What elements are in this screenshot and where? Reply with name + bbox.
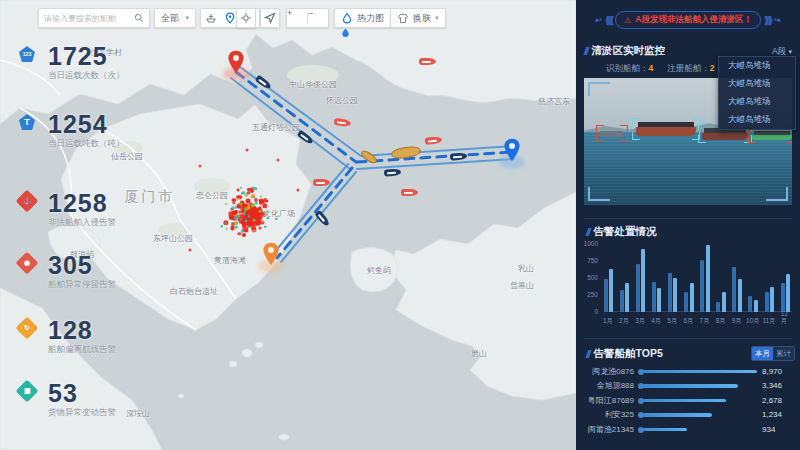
ship-name: 利安325 <box>584 409 634 420</box>
orange-pin[interactable] <box>262 242 280 266</box>
dropdown-item[interactable]: 大嶝岛堆场 <box>719 93 795 111</box>
heatmap-marker-icon <box>340 27 351 38</box>
top5-period-toggle: 本月累计 <box>751 346 795 361</box>
heat-dot <box>199 165 202 168</box>
zone-value: A段 <box>772 46 786 56</box>
y-axis-tick-label: 750 <box>587 257 598 264</box>
heat-dot <box>258 227 261 230</box>
heat-dot <box>277 159 280 162</box>
map-place-label: 慈济宫东 <box>538 96 570 107</box>
map-place-label: 磨山 <box>471 348 487 359</box>
top5-value: 934 <box>762 425 775 434</box>
x-axis-tick-label: 12月 <box>781 310 790 326</box>
right-panel: ▸‹ ⟪⟪ ⚠ A段发现非法船舶入侵清淤区！ ⟫⟫ ›◂ // 清淤区实时监控 … <box>576 0 800 450</box>
ship-marker[interactable] <box>384 168 401 176</box>
period-tab-inactive[interactable]: 累计 <box>773 347 794 360</box>
map-place-label: 仙岳公园 <box>111 151 143 162</box>
top5-ship-list: 闽龙渔08768,970金旭源8883,346粤阳江876892,678利安32… <box>584 364 794 437</box>
heat-dot <box>239 202 242 205</box>
search-icon[interactable] <box>134 12 144 24</box>
x-axis-tick-label: 8月 <box>716 317 726 326</box>
x-axis-tick-label: 3月 <box>635 317 645 326</box>
heat-dot <box>259 210 262 213</box>
dropdown-item[interactable]: 大嶝岛堆场 <box>719 75 795 93</box>
zoom-control: + − <box>286 8 329 28</box>
chart-section-header: // 告警处置情况 <box>586 225 657 239</box>
kpi-value: 1725 <box>48 42 108 71</box>
chart-bar <box>641 249 645 312</box>
kpi-label: 非法船舶入侵告警 <box>48 217 116 229</box>
alert-ship-marker[interactable] <box>313 179 330 186</box>
alert-ship-marker[interactable] <box>419 58 436 65</box>
ship-marker[interactable] <box>450 152 467 160</box>
x-axis-tick-label: 6月 <box>683 317 693 326</box>
top5-value: 2,678 <box>762 396 782 405</box>
heat-dot <box>255 202 258 205</box>
heatmap-button[interactable]: 热力图 <box>334 8 391 28</box>
video-corner-mark <box>588 82 610 96</box>
map-place-label: 怀远公园 <box>326 95 358 106</box>
period-tab-active[interactable]: 本月 <box>752 347 773 360</box>
heat-dot <box>240 218 242 220</box>
zoom-in-button[interactable]: + <box>287 8 307 28</box>
maritime-dashboard: 佳美学村中山华侨公园怀远公园慈济宫东五通灯塔公园仙岳公园忠仑公园文化广场东坪山公… <box>0 0 800 450</box>
top5-value: 8,970 <box>762 367 782 376</box>
chart-bar <box>652 282 656 312</box>
chart-bar <box>770 287 774 312</box>
top5-row: 利安3251,234 <box>584 408 794 423</box>
chart-bar <box>620 290 624 312</box>
chart-bar <box>668 273 672 312</box>
map-place-label: 忠仑公园 <box>196 190 228 201</box>
section-slashes-icon: // <box>586 349 590 360</box>
x-axis-tick-label: 9月 <box>732 317 742 326</box>
kpi-value: 1258 <box>48 189 108 218</box>
locate-button[interactable] <box>260 8 280 28</box>
blue-pin[interactable] <box>503 138 521 162</box>
dropdown-item[interactable]: 大嶝岛堆场 <box>719 57 795 75</box>
top5-bar-track <box>639 413 757 417</box>
ship-icon[interactable] <box>205 12 217 24</box>
yard-dropdown-list: 大嶝岛堆场大嶝岛堆场大嶝岛堆场大嶝岛堆场 <box>718 56 796 130</box>
chart-bar <box>690 283 694 312</box>
map-place-label: 曾黑山 <box>510 280 534 291</box>
map-canvas[interactable]: 佳美学村中山华侨公园怀远公园慈济宫东五通灯塔公园仙岳公园忠仑公园文化广场东坪山公… <box>0 0 576 450</box>
crosshair-button[interactable] <box>236 8 256 28</box>
locate-arrow-icon <box>264 12 276 24</box>
top5-bar-track <box>639 384 757 388</box>
top5-value: 3,346 <box>762 381 782 390</box>
x-axis-tick-label: 2月 <box>619 317 629 326</box>
ship-search-box <box>38 8 150 28</box>
heat-dot <box>245 219 248 222</box>
marquee-right-chevrons-icon: ⟫⟫ <box>764 15 771 26</box>
kpi-label: 当日运载吨数（吨） <box>48 138 125 150</box>
y-axis-tick-label: 250 <box>587 291 598 298</box>
shirt-icon <box>397 12 409 24</box>
heat-dot <box>243 213 246 216</box>
dropdown-item[interactable]: 大嶝岛堆场 <box>719 111 795 129</box>
top5-section-header: // 告警船舶TOP5 <box>586 347 663 361</box>
video-corner-mark <box>766 187 788 201</box>
heat-dot <box>225 227 228 230</box>
search-input[interactable] <box>44 14 134 23</box>
alert-ship-marker[interactable] <box>401 189 418 196</box>
pin-icon[interactable] <box>224 12 236 24</box>
ship-band <box>404 192 413 194</box>
ship-band <box>422 61 431 63</box>
skin-button[interactable]: 换肤 ▾ <box>390 8 446 28</box>
x-axis-tick-label: 5月 <box>667 317 677 326</box>
chart-bar <box>657 288 661 312</box>
skin-label: 换肤 <box>413 12 431 25</box>
map-place-label: 黄厝海滩 <box>214 255 246 266</box>
red-pin[interactable] <box>227 50 245 74</box>
top5-title: 告警船舶TOP5 <box>594 347 663 361</box>
filter-dropdown[interactable]: 全部 ▾ <box>154 8 196 28</box>
x-axis-tick-label: 11月 <box>762 317 775 326</box>
top5-row: 闽龙渔08768,970 <box>584 364 794 379</box>
top5-bar-track <box>639 370 757 374</box>
chevron-down-icon: ▾ <box>788 48 792 55</box>
zoom-in-label: + <box>287 8 292 18</box>
heat-dot <box>189 249 192 252</box>
chart-bar <box>786 274 790 312</box>
zoom-out-button[interactable]: − <box>308 8 328 28</box>
ship-name: 金旭源888 <box>584 380 634 391</box>
